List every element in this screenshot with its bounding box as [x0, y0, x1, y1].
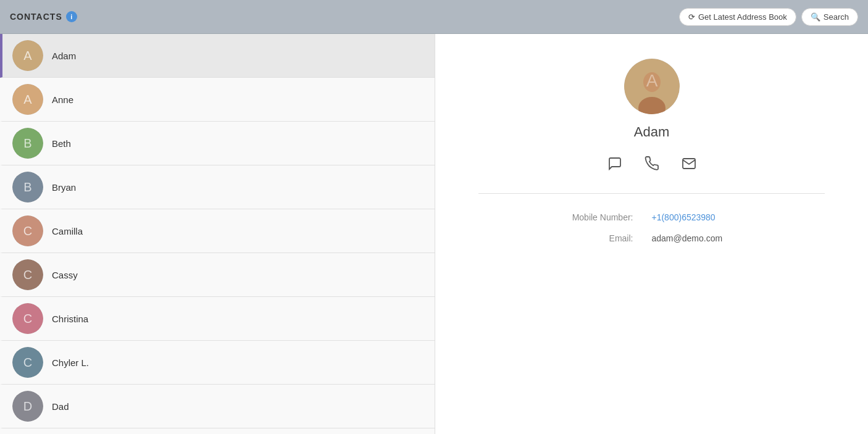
detail-divider	[478, 193, 825, 194]
app-header: CONTACTS i ⟳ Get Latest Address Book 🔍 S…	[0, 0, 868, 34]
contact-item-bryan[interactable]: BBryan	[0, 165, 435, 209]
avatar: C	[12, 215, 43, 246]
contact-name: Camilla	[52, 226, 83, 236]
phone-action-button[interactable]	[641, 152, 663, 175]
contact-name: Anne	[52, 94, 73, 105]
avatar: B	[12, 172, 43, 202]
svg-text:A: A	[23, 49, 32, 62]
detail-avatar: A	[624, 59, 680, 114]
main-content: AAdamAAnneBBethBBryanCCamillaCCassyCChri…	[0, 34, 868, 434]
detail-actions	[604, 152, 700, 175]
email-action-button[interactable]	[678, 152, 700, 175]
contact-item-dad[interactable]: DDad	[0, 385, 435, 428]
svg-text:C: C	[23, 356, 32, 369]
avatar: C	[12, 303, 43, 334]
email-label: Email:	[553, 233, 633, 243]
header-right: ⟳ Get Latest Address Book 🔍 Search	[679, 8, 858, 26]
search-button[interactable]: 🔍 Search	[801, 8, 858, 26]
contact-item-beth[interactable]: BBeth	[0, 122, 435, 165]
avatar: A	[12, 40, 43, 71]
svg-text:C: C	[23, 224, 32, 238]
app-title: CONTACTS	[10, 12, 62, 22]
detail-panel: A Adam Mobile Number:	[435, 34, 868, 434]
search-label: Search	[824, 12, 849, 22]
address-book-label: Get Latest Address Book	[698, 12, 787, 22]
detail-name: Adam	[634, 124, 669, 140]
svg-text:A: A	[646, 71, 657, 90]
svg-text:B: B	[23, 136, 31, 150]
address-book-button[interactable]: ⟳ Get Latest Address Book	[679, 8, 796, 26]
contact-name: Beth	[52, 138, 71, 149]
detail-info: Mobile Number: +1(800)6523980 Email: ada…	[478, 212, 825, 254]
mobile-value: +1(800)6523980	[651, 212, 750, 222]
avatar: D	[12, 391, 43, 422]
svg-text:A: A	[23, 93, 32, 106]
contact-item-christina[interactable]: CChristina	[0, 297, 435, 341]
search-icon: 🔍	[811, 12, 820, 22]
contact-item-cassy[interactable]: CCassy	[0, 253, 435, 297]
contact-list-container: AAdamAAnneBBethBBryanCCamillaCCassyCChri…	[0, 34, 435, 434]
contact-list: AAdamAAnneBBethBBryanCCamillaCCassyCChri…	[0, 34, 435, 434]
email-value: adam@demo.com	[651, 233, 750, 243]
svg-text:C: C	[23, 312, 32, 325]
contact-item-adam[interactable]: AAdam	[0, 34, 435, 78]
avatar: B	[12, 128, 43, 159]
contact-item-anne[interactable]: AAnne	[0, 78, 435, 122]
mobile-row: Mobile Number: +1(800)6523980	[478, 212, 825, 222]
contact-name: Chyler L.	[52, 357, 89, 368]
contact-name: Christina	[52, 314, 88, 324]
avatar: A	[12, 84, 43, 115]
svg-text:D: D	[23, 399, 32, 413]
svg-text:C: C	[23, 268, 32, 282]
chat-action-button[interactable]	[604, 152, 626, 175]
header-left: CONTACTS i	[10, 11, 77, 22]
info-icon[interactable]: i	[66, 11, 77, 22]
avatar: C	[12, 347, 43, 378]
mobile-label: Mobile Number:	[553, 212, 633, 222]
contact-name: Cassy	[52, 270, 78, 280]
avatar: C	[12, 259, 43, 290]
contact-name: Adam	[52, 51, 76, 61]
contact-name: Bryan	[52, 182, 76, 193]
svg-text:B: B	[23, 180, 31, 194]
contact-item-elle[interactable]: EElle P.	[0, 428, 435, 434]
contact-item-chyler[interactable]: CChyler L.	[0, 341, 435, 385]
email-row: Email: adam@demo.com	[478, 233, 825, 243]
contact-name: Dad	[52, 401, 69, 412]
refresh-icon: ⟳	[688, 12, 695, 22]
contact-item-camilla[interactable]: CCamilla	[0, 209, 435, 253]
